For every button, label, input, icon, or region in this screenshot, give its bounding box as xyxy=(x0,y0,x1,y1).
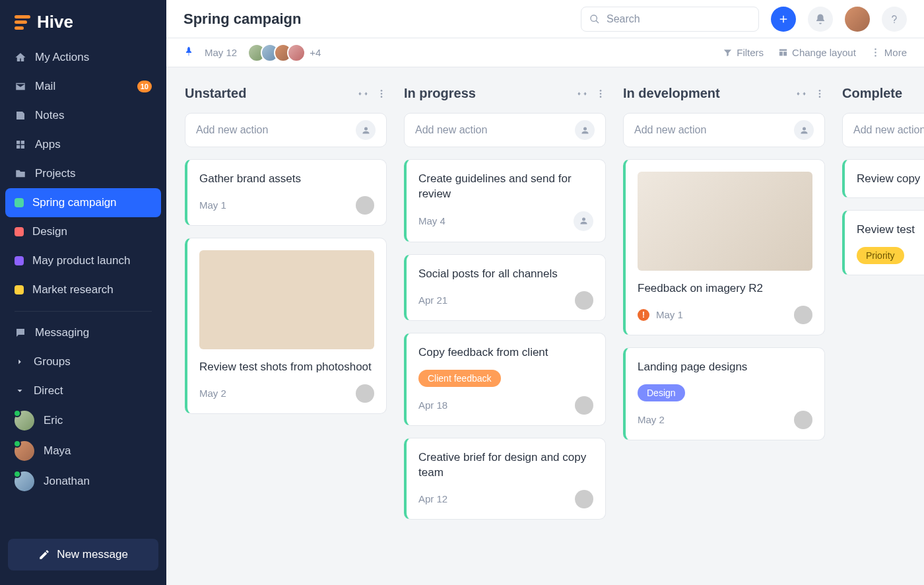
sidebar-project-design[interactable]: Design xyxy=(5,217,161,246)
notifications-button[interactable] xyxy=(808,7,833,32)
change-layout-button[interactable]: Change layout xyxy=(778,47,856,58)
sidebar-item-projects[interactable]: Projects xyxy=(0,159,166,188)
column-title: Unstarted xyxy=(185,86,246,101)
assignee-avatar[interactable] xyxy=(356,196,374,215)
chevron-right-icon xyxy=(15,357,25,367)
card[interactable]: Review test shots from photoshoot May 2 xyxy=(185,238,387,414)
project-date: May 12 xyxy=(205,47,237,58)
divider xyxy=(15,311,152,312)
add-action-input[interactable]: Add new action xyxy=(185,113,387,147)
card[interactable]: Social posts for all channels Apr 21 xyxy=(404,254,606,321)
primary-nav: My Actions Mail 10 Notes Apps Projects S… xyxy=(0,43,166,497)
add-action-input[interactable]: Add new action xyxy=(623,113,825,147)
column-menu-icon[interactable] xyxy=(595,88,606,99)
app-name: Hive xyxy=(37,12,73,32)
resize-icon[interactable] xyxy=(796,88,807,99)
sidebar-item-label: Projects xyxy=(35,167,75,180)
resize-icon[interactable] xyxy=(358,88,368,99)
assignee-avatar[interactable] xyxy=(356,384,374,403)
more-label: More xyxy=(884,47,907,58)
assign-button[interactable] xyxy=(575,120,595,140)
assign-button[interactable] xyxy=(574,211,593,231)
project-color-icon xyxy=(15,256,24,265)
layout-label: Change layout xyxy=(792,47,856,58)
card-image xyxy=(199,250,374,349)
assignee-avatar[interactable] xyxy=(794,411,812,429)
card[interactable]: Feedback on imagery R2 ! May 1 xyxy=(623,159,825,335)
avatar xyxy=(15,441,34,461)
card[interactable]: Review test Priority xyxy=(842,210,924,275)
assign-button[interactable] xyxy=(794,120,814,140)
column-in-development: In development Add new action Feedback o… xyxy=(623,86,825,567)
sidebar-project-may-launch[interactable]: May product launch xyxy=(5,246,161,275)
card[interactable]: Gather brand assets May 1 xyxy=(185,159,387,226)
pin-button[interactable] xyxy=(183,46,194,59)
sidebar-item-notes[interactable]: Notes xyxy=(0,101,166,130)
sidebar-project-market-research[interactable]: Market research xyxy=(5,275,161,304)
add-action-input[interactable]: Add new action xyxy=(842,113,924,147)
topbar: Spring campaign Search xyxy=(166,0,924,38)
board: Unstarted Add new action Gather brand as… xyxy=(166,67,924,585)
member-stack[interactable]: +4 xyxy=(248,44,321,62)
card-title: Review test shots from photoshoot xyxy=(199,360,374,375)
pin-icon xyxy=(183,46,194,57)
column-menu-icon[interactable] xyxy=(376,88,387,99)
card[interactable]: Review copy xyxy=(842,159,924,198)
dm-jonathan[interactable]: Jonathan xyxy=(0,466,166,497)
add-button[interactable] xyxy=(771,7,796,32)
filters-button[interactable]: Filters xyxy=(723,47,764,58)
search-input[interactable]: Search xyxy=(581,7,759,32)
sidebar-item-apps[interactable]: Apps xyxy=(0,130,166,159)
more-button[interactable]: More xyxy=(871,47,907,58)
svg-point-2 xyxy=(381,96,383,98)
card[interactable]: Create guidelines and send for review Ma… xyxy=(404,159,606,242)
project-color-icon xyxy=(15,285,24,294)
card[interactable]: Creative brief for design and copy team … xyxy=(404,438,606,520)
card-tag[interactable]: Priority xyxy=(857,247,904,264)
add-action-placeholder: Add new action xyxy=(853,124,924,136)
new-message-button[interactable]: New message xyxy=(8,539,158,570)
sidebar-item-mail[interactable]: Mail 10 xyxy=(0,72,166,101)
column-header: Unstarted xyxy=(185,86,387,101)
project-label: Design xyxy=(32,225,67,238)
resize-icon[interactable] xyxy=(577,88,587,99)
sidebar-item-direct[interactable]: Direct xyxy=(0,376,166,405)
sidebar-item-messaging[interactable]: Messaging xyxy=(0,318,166,347)
assign-button[interactable] xyxy=(356,120,376,140)
avatar xyxy=(15,471,34,491)
avatar xyxy=(287,44,306,62)
card-tag[interactable]: Client feedback xyxy=(418,370,501,387)
sidebar-project-spring-campaign[interactable]: Spring campaign xyxy=(5,188,161,217)
column-unstarted: Unstarted Add new action Gather brand as… xyxy=(185,86,387,567)
presence-icon xyxy=(13,440,21,448)
help-button[interactable] xyxy=(882,7,907,32)
sidebar-item-label: Direct xyxy=(34,384,63,397)
card-tag[interactable]: Design xyxy=(638,384,685,401)
card[interactable]: Landing page designs Design May 2 xyxy=(623,347,825,440)
mail-icon xyxy=(15,81,26,92)
card[interactable]: Copy feedback from client Client feedbac… xyxy=(404,333,606,426)
sidebar-item-groups[interactable]: Groups xyxy=(0,347,166,376)
assignee-avatar[interactable] xyxy=(575,490,593,508)
assignee-avatar[interactable] xyxy=(575,291,593,310)
dm-maya[interactable]: Maya xyxy=(0,436,166,466)
sidebar-item-my-actions[interactable]: My Actions xyxy=(0,43,166,72)
assignee-avatar[interactable] xyxy=(575,396,593,415)
dm-eric[interactable]: Eric xyxy=(0,405,166,436)
logo[interactable]: Hive xyxy=(0,9,166,43)
project-label: Market research xyxy=(32,283,114,296)
dm-name: Eric xyxy=(44,414,63,427)
card-date: May 1 xyxy=(656,309,683,320)
column-title: In progress xyxy=(404,86,476,101)
assignee-avatar[interactable] xyxy=(794,306,812,324)
profile-avatar[interactable] xyxy=(845,7,870,32)
column-complete: Complete Add new action Review copy Revi… xyxy=(842,86,924,567)
add-action-input[interactable]: Add new action xyxy=(404,113,606,147)
note-icon xyxy=(15,110,26,121)
column-menu-icon[interactable] xyxy=(814,88,825,99)
sidebar-item-label: Groups xyxy=(34,355,71,368)
card-title: Gather brand assets xyxy=(199,172,374,187)
card-title: Review copy xyxy=(857,172,922,187)
column-title: Complete xyxy=(842,86,902,101)
project-color-icon xyxy=(15,198,24,207)
